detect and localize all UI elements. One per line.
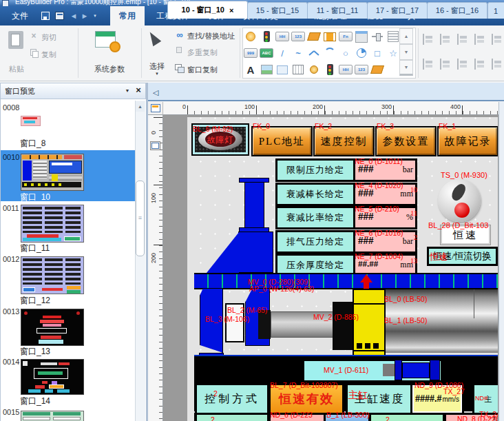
hopper-body[interactable]: [238, 232, 273, 273]
palette-scroll-down[interactable]: ▼: [399, 44, 413, 60]
line-icon[interactable]: /: [275, 45, 289, 61]
doc-tab-window-10[interactable]: 10 - 窗口_10 ×: [167, 1, 248, 19]
select-cursor-icon[interactable]: [146, 30, 161, 46]
param-value-exhaust-pressure[interactable]: ### bar 2: [353, 230, 417, 254]
window-copy-button[interactable]: 窗口复制: [187, 65, 218, 75]
paste-icon[interactable]: [8, 31, 23, 49]
ruler-corner[interactable]: [148, 102, 163, 115]
window-item-label[interactable]: 窗口_8: [20, 138, 45, 150]
combo-button-icon[interactable]: [355, 29, 368, 44]
arc-icon[interactable]: [323, 45, 337, 61]
select-button[interactable]: 选择: [146, 61, 168, 72]
rod-count-label[interactable]: 挤出棒数: [195, 413, 269, 421]
row1-partial-box[interactable]: 主: [472, 383, 498, 415]
pusher-block[interactable]: [333, 302, 353, 350]
rod-end-cap[interactable]: [258, 310, 271, 339]
toggle-switch-knob[interactable]: [438, 179, 481, 222]
star-icon[interactable]: ☆: [386, 45, 400, 61]
doc-tab-window-16[interactable]: 16 - 窗口_16: [427, 2, 487, 19]
traffic-light2-icon[interactable]: [323, 62, 337, 77]
window-item-label[interactable]: 窗口_11: [20, 243, 50, 254]
doc-tab-window-11[interactable]: 11 - 窗口_11: [307, 2, 368, 19]
main-cylinder-speed-label[interactable]: 主缸速度: [346, 383, 413, 415]
param-value-decay-ratio[interactable]: ### % 11: [353, 206, 417, 229]
compile-icon[interactable]: [55, 12, 64, 20]
file-menu[interactable]: 文件: [4, 6, 36, 25]
window-item-label[interactable]: 窗口_14: [20, 396, 50, 407]
select-dropdown-icon[interactable]: ▼: [153, 71, 161, 76]
qat-dropdown-icon[interactable]: ▼: [92, 12, 98, 19]
hmi-screen[interactable]: 故障灯 BL_6 (M-92) PLC地址 FK_0 速度控制 FK_2 参数设…: [187, 117, 498, 421]
system-parameters-icon[interactable]: [95, 31, 116, 48]
speed-control-button[interactable]: 速度控制: [313, 126, 375, 156]
traffic-light-icon[interactable]: [260, 29, 273, 44]
press-left-slab[interactable]: [200, 288, 223, 353]
lamp-icon[interactable]: [244, 29, 258, 44]
copy-icon[interactable]: [30, 49, 36, 56]
save-icon[interactable]: [41, 12, 50, 20]
doc-tab-partial[interactable]: 1: [487, 2, 504, 19]
tab-home[interactable]: 常用: [110, 6, 145, 25]
hopper-ramp[interactable]: [207, 232, 239, 273]
indicator-lamp-icon[interactable]: [307, 62, 321, 77]
same-size-icon[interactable]: [490, 59, 504, 70]
rectangle-icon[interactable]: □: [370, 45, 384, 61]
polyline-icon[interactable]: [307, 45, 321, 61]
param-value-limit-pressure[interactable]: ### bar: [353, 158, 417, 182]
panel-close-icon[interactable]: ×: [134, 84, 143, 95]
wave-icon[interactable]: ~: [291, 45, 305, 61]
param-label-limit-pressure[interactable]: 限制压力给定: [275, 158, 355, 182]
hopper-column[interactable]: [244, 182, 264, 228]
ascii-button-icon[interactable]: ABC: [260, 45, 273, 61]
small-cylinder-cap-left[interactable]: [395, 360, 402, 380]
system-parameters-button[interactable]: 系统参数: [80, 64, 139, 74]
paste-button[interactable]: 粘贴: [6, 64, 28, 74]
param-label-exhaust-pressure[interactable]: 排气压力给定: [275, 230, 355, 254]
parameter-setting-button[interactable]: 参数设置: [375, 126, 437, 156]
align-middle-icon[interactable]: [490, 34, 504, 45]
numeric-display2-icon[interactable]: 123: [355, 62, 368, 77]
circle-icon[interactable]: ○: [339, 45, 353, 61]
item-list-icon[interactable]: [386, 29, 400, 44]
text-icon[interactable]: A: [244, 62, 258, 77]
ram-block[interactable]: [353, 289, 386, 360]
small-cylinder-cap-right[interactable]: [430, 360, 440, 380]
conveyor-belt[interactable]: [194, 273, 498, 289]
param-label-decay-rod-length[interactable]: 衰减棒长给定: [275, 183, 355, 206]
distribute-h-icon[interactable]: [421, 59, 435, 70]
main-cylinder[interactable]: [386, 289, 498, 353]
multi-copy-button[interactable]: 多重复制: [187, 48, 218, 58]
align-top-icon[interactable]: [473, 34, 487, 45]
tab-close-icon[interactable]: ×: [229, 6, 233, 14]
meter-button2-icon[interactable]: HH: [339, 62, 353, 77]
window-thumbnail-15[interactable]: [21, 411, 84, 421]
window-thumbnail-10[interactable]: [21, 154, 84, 191]
undo-icon[interactable]: ◄: [69, 10, 78, 21]
window-thumbnail-8[interactable]: [21, 116, 41, 126]
window-item-label[interactable]: 窗口_13: [20, 346, 50, 358]
doc-tab-window-15[interactable]: 15 - 窗口_15: [247, 2, 308, 19]
align-left-icon[interactable]: [421, 34, 435, 45]
table-icon[interactable]: [291, 62, 305, 77]
dual-state-icon[interactable]: [323, 29, 337, 44]
scrollbar-up-arrow[interactable]: ▲: [136, 101, 145, 112]
cut-button[interactable]: 剪切: [41, 32, 56, 43]
constant-speed-active-indicator[interactable]: 恒速有效: [269, 383, 344, 415]
window-item-label[interactable]: 窗口_10: [20, 192, 50, 203]
value-999-icon[interactable]: 999: [244, 45, 258, 61]
align-center-icon[interactable]: [439, 34, 452, 45]
panel-dropdown-icon[interactable]: ▼: [123, 85, 132, 95]
small-cylinder-body[interactable]: [402, 362, 430, 378]
main-cylinder-speed-value[interactable]: ####.# mm/s: [410, 383, 464, 415]
window-thumbnail-11[interactable]: [21, 205, 84, 243]
plain-rect-icon[interactable]: [275, 62, 289, 77]
canvas-scrollbar[interactable]: [498, 102, 504, 421]
address-tag2-icon[interactable]: [370, 62, 384, 77]
cut-icon[interactable]: ×: [29, 31, 39, 41]
copy-button[interactable]: 复制: [41, 50, 56, 60]
fault-record-button[interactable]: 故障记录: [437, 126, 498, 156]
clear-button[interactable]: 清零: [324, 413, 370, 421]
palette-scroll-up[interactable]: ▲: [399, 28, 413, 44]
distribute-v-icon[interactable]: [439, 59, 452, 70]
mode-switch-button[interactable]: 恒速/恒流切换: [427, 247, 498, 266]
